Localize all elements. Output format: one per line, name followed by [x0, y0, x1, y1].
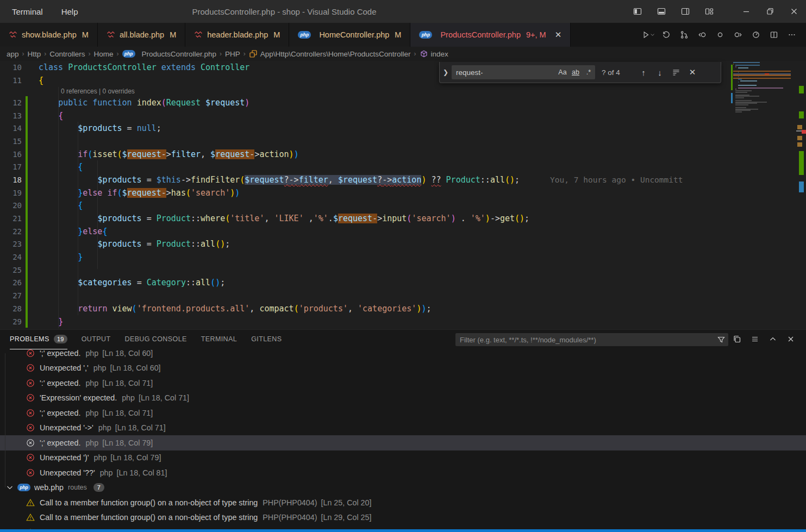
- breadcrumb-item[interactable]: app: [7, 50, 19, 58]
- minimize-icon[interactable]: [734, 0, 758, 23]
- tab-ProductsController-php[interactable]: phpProductsController.php9+, M✕: [410, 23, 571, 47]
- line-number[interactable]: 15: [0, 137, 22, 146]
- minimap[interactable]: [731, 61, 795, 329]
- close-window-icon[interactable]: [782, 0, 806, 23]
- split-editor-icon[interactable]: [767, 27, 780, 42]
- line-number[interactable]: 21: [0, 214, 22, 223]
- breadcrumb-item[interactable]: PHP: [225, 50, 240, 58]
- problem-row[interactable]: Unexpected '->'php[Ln 18, Col 71]: [0, 421, 806, 436]
- tab-show-blade-php[interactable]: show.blade.phpM: [0, 23, 98, 47]
- line-number[interactable]: 10: [0, 63, 22, 72]
- code-line[interactable]: 20 {: [0, 199, 806, 212]
- problem-row[interactable]: 'Expression' expected.php[Ln 18, Col 71]: [0, 391, 806, 406]
- whole-word-icon[interactable]: ab: [569, 68, 582, 76]
- problem-row[interactable]: Call to a member function group() on a n…: [0, 510, 806, 525]
- code-line[interactable]: 13 {: [0, 109, 806, 122]
- find-in-selection-icon[interactable]: [668, 65, 684, 80]
- code-line[interactable]: 24 }: [0, 251, 806, 264]
- customize-layout-icon[interactable]: [697, 0, 721, 23]
- line-number[interactable]: 12: [0, 98, 22, 107]
- breadcrumb-item[interactable]: Controllers: [49, 50, 85, 58]
- panel-tab-problems[interactable]: PROBLEMS19: [10, 330, 67, 349]
- line-number[interactable]: 13: [0, 111, 22, 120]
- problem-row[interactable]: Unexpected ','php[Ln 18, Col 60]: [0, 361, 806, 376]
- code-line[interactable]: 22 }else{: [0, 225, 806, 238]
- code-line[interactable]: 28 return view('frontend.products.all', …: [0, 302, 806, 315]
- toggle-panel-icon[interactable]: [649, 0, 673, 23]
- chevron-down-icon[interactable]: [5, 483, 14, 492]
- line-number[interactable]: 29: [0, 317, 22, 326]
- run-icon[interactable]: [642, 27, 655, 42]
- navigate-dot-icon[interactable]: [714, 27, 727, 42]
- code-line[interactable]: 18 $products = $this->findFilter($reques…: [0, 173, 806, 186]
- line-number[interactable]: 17: [0, 162, 22, 171]
- code-line[interactable]: 23 $products = Product::all();: [0, 238, 806, 251]
- problem-row[interactable]: ';' expected.php[Ln 18, Col 60]: [0, 349, 806, 361]
- panel-tab-debug-console[interactable]: DEBUG CONSOLE: [124, 330, 186, 349]
- codelens-row[interactable]: 0 references | 0 overrides: [0, 86, 806, 96]
- panel-tab-gitlens[interactable]: GITLENS: [251, 330, 282, 349]
- close-tab-icon[interactable]: ✕: [555, 30, 562, 40]
- code-editor[interactable]: 10class ProductsController extends Contr…: [0, 61, 806, 329]
- navigate-forward-icon[interactable]: [732, 27, 745, 42]
- code-line[interactable]: 29 }: [0, 315, 806, 328]
- problems-filter-input[interactable]: [455, 336, 714, 344]
- code-line[interactable]: 25: [0, 264, 806, 277]
- find-input[interactable]: [452, 68, 556, 77]
- line-number[interactable]: 11: [0, 76, 22, 85]
- breadcrumb-item[interactable]: Home: [94, 50, 114, 58]
- view-as-list-icon[interactable]: [748, 331, 761, 347]
- code-line[interactable]: 21 $products = Product::where('title', '…: [0, 212, 806, 225]
- menu-item-terminal[interactable]: Terminal: [12, 7, 43, 16]
- problem-row[interactable]: ':' expected.php[Ln 18, Col 71]: [0, 375, 806, 391]
- regex-icon[interactable]: .*: [582, 68, 595, 76]
- problem-row[interactable]: Unexpected ')'php[Ln 18, Col 79]: [0, 450, 806, 466]
- code-line[interactable]: 17 {: [0, 160, 806, 173]
- tab-header-blade-php[interactable]: header.blade.phpM: [185, 23, 289, 47]
- problem-row[interactable]: Unexpected '??'php[Ln 18, Col 81]: [0, 465, 806, 480]
- panel-tab-terminal[interactable]: TERMINAL: [201, 330, 237, 349]
- toggle-secondary-sidebar-icon[interactable]: [673, 0, 697, 23]
- problem-row[interactable]: ';' expected.php[Ln 18, Col 71]: [0, 405, 806, 421]
- restore-icon[interactable]: [758, 0, 782, 23]
- navigate-back-icon[interactable]: [696, 27, 709, 42]
- breadcrumb-item[interactable]: Http: [28, 50, 41, 58]
- code-line[interactable]: 19 }else if($request->has('search')): [0, 186, 806, 199]
- line-number[interactable]: 19: [0, 189, 22, 197]
- close-panel-icon[interactable]: [784, 331, 797, 347]
- line-number[interactable]: 14: [0, 124, 22, 133]
- line-number[interactable]: 18: [0, 176, 22, 184]
- line-number[interactable]: 27: [0, 291, 22, 300]
- tab-HomeController-php[interactable]: phpHomeController.phpM: [289, 23, 410, 47]
- panel-tab-output[interactable]: OUTPUT: [82, 330, 111, 349]
- code-line[interactable]: 12 public function index(Request $reques…: [0, 96, 806, 109]
- code-line[interactable]: 15: [0, 135, 806, 148]
- toggle-primary-sidebar-icon[interactable]: [626, 0, 649, 23]
- line-number[interactable]: 25: [0, 266, 22, 274]
- line-number[interactable]: 16: [0, 150, 22, 159]
- line-number[interactable]: 20: [0, 201, 22, 210]
- code-lines[interactable]: 10class ProductsController extends Contr…: [0, 61, 806, 328]
- line-number[interactable]: 28: [0, 304, 22, 313]
- code-line[interactable]: 26 $categories = Category::all();: [0, 277, 806, 290]
- line-number[interactable]: 23: [0, 240, 22, 248]
- history-icon[interactable]: [660, 27, 673, 42]
- overview-ruler[interactable]: [796, 61, 806, 329]
- previous-match-button[interactable]: ↑: [635, 65, 652, 80]
- problem-row[interactable]: ';' expected.php[Ln 18, Col 79]: [0, 435, 806, 450]
- gauge-icon[interactable]: [749, 27, 763, 42]
- menu-item-help[interactable]: Help: [61, 7, 78, 16]
- maximize-panel-icon[interactable]: [766, 331, 779, 347]
- toggle-replace-icon[interactable]: ❯: [440, 68, 452, 76]
- pull-request-icon[interactable]: [678, 27, 691, 42]
- breadcrumb-item[interactable]: App\Http\Controllers\Home\ProductsContro…: [249, 49, 411, 58]
- line-number[interactable]: 22: [0, 227, 22, 236]
- match-case-icon[interactable]: Aa: [556, 68, 569, 76]
- breadcrumb-item[interactable]: index: [420, 49, 448, 58]
- breadcrumb-item[interactable]: phpProductsController.php: [122, 50, 216, 58]
- code-line[interactable]: 27: [0, 289, 806, 302]
- close-find-icon[interactable]: ✕: [684, 65, 701, 80]
- codelens-label[interactable]: 0 references | 0 overrides: [61, 87, 135, 95]
- code-line[interactable]: 16 if(isset($request->filter, $request->…: [0, 148, 806, 161]
- problem-row[interactable]: Call to a member function group() on a n…: [0, 495, 806, 510]
